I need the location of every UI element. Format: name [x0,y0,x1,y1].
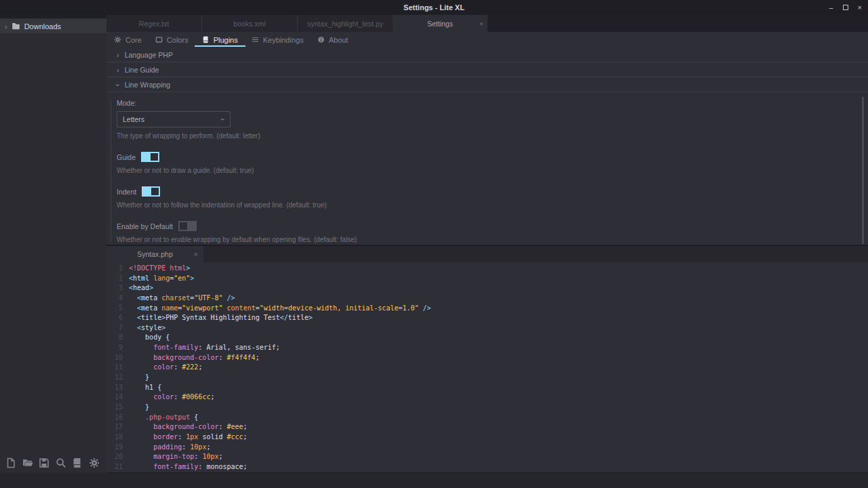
tab-books-xml[interactable]: books.xml [201,15,297,32]
code-line[interactable]: 8 body { [106,333,868,343]
settings-tab-plugins[interactable]: Plugins [202,32,238,47]
code-text: <meta name="viewport" content="width=dev… [129,304,431,312]
code-line[interactable]: 20 margin-top: 10px; [106,452,868,462]
code-line[interactable]: 19 padding: 10px; [106,443,868,453]
chevron-right-icon: › [5,22,7,30]
save-icon[interactable] [39,458,50,468]
line-number: 7 [106,323,123,333]
line-number: 21 [106,462,123,472]
tab-regex-txt[interactable]: Regex.txt [106,15,201,32]
editor-tab-strip: Syntax.php × [106,246,868,262]
code-line[interactable]: 17 background-color: #eee; [106,422,868,432]
toggle-guide[interactable] [141,152,159,162]
setting-label: Guide [117,153,136,161]
settings-icon[interactable] [89,458,100,468]
book-icon[interactable] [72,458,83,468]
mode-dropdown[interactable]: Letters› [117,111,231,127]
toggle-enable-by-default[interactable] [178,221,197,231]
code-text: <head> [129,284,153,291]
line-number: 1 [106,264,123,274]
line-number: 18 [106,432,123,443]
toggle-knob [151,188,159,195]
settings-tab-core[interactable]: Core [114,32,142,47]
sidebar-toolbar [5,458,100,468]
sidebar-item-downloads[interactable]: ›Downloads [0,19,106,33]
setting-description: Whether or not to enable wrapping by def… [117,236,868,243]
code-line[interactable]: 10 background-color: #f4f4f4; [106,353,868,363]
section-label: Line Guide [125,66,159,74]
setting-label: Mode: [117,99,868,107]
setting-label: Enable by Default [117,222,173,230]
section-label: Line Wrapping [125,81,171,89]
code-line[interactable]: 15 } [106,403,868,413]
code-view[interactable]: 1<!DOCTYPE html>2<html lang="en">3<head>… [106,262,868,472]
maximize-button[interactable] [843,5,848,10]
tab-close-icon[interactable]: × [479,20,484,28]
code-line[interactable]: 6 <title>PHP Syntax Highlighting Test</t… [106,313,868,323]
setting-enable-by-default: Enable by DefaultWhether or not to enabl… [117,221,868,243]
toggle-knob [180,222,187,230]
settings-category-bar: CoreColorsPluginsKeybindingsAbout [106,32,868,47]
code-text: font-family: Arial, sans-serif; [129,344,280,351]
code-line[interactable]: 5 <meta name="viewport" content="width=d… [106,304,868,314]
line-number: 17 [106,422,123,432]
code-text: body { [129,333,170,341]
minimize-button[interactable]: – [829,3,833,12]
line-number: 16 [106,413,123,423]
code-editor-pane: Syntax.php × 1<!DOCTYPE html>2<html lang… [106,245,868,473]
code-line[interactable]: 11 color: #222; [106,363,868,373]
code-line[interactable]: 9 font-family: Arial, sans-serif; [106,343,868,353]
open-folder-icon[interactable] [22,458,33,468]
line-number: 3 [106,283,123,293]
toggle-indent[interactable] [142,186,160,197]
code-text: font-family: monospace; [129,463,248,470]
editor-tab-close-icon[interactable]: × [194,250,198,258]
code-text: border: 1px solid #ccc; [129,433,248,441]
setting-guide: GuideWhether or not to draw a guide. (de… [117,152,868,174]
code-line[interactable]: 12 } [106,373,868,383]
tab-label: syntax_highlight_test.py [307,20,383,28]
section-language-php[interactable]: ›Language PHP [106,47,868,62]
code-line[interactable]: 1<!DOCTYPE html> [106,264,868,274]
settings-tab-colors[interactable]: Colors [155,32,189,47]
tree-item-label: Downloads [24,22,61,30]
settings-scrollbar[interactable] [862,97,864,244]
status-bar [0,472,868,488]
toggle-knob [151,153,158,161]
settings-tab-about[interactable]: About [317,32,349,47]
section-line-wrapping[interactable]: ›Line Wrapping [106,77,868,92]
code-line[interactable]: 16 .php-output { [106,413,868,423]
chevron-down-icon: › [219,118,227,121]
settings-tab-keybindings[interactable]: Keybindings [252,32,304,47]
tab-syntax-highlight-test-py[interactable]: syntax_highlight_test.py [297,15,393,32]
new-file-icon[interactable] [5,458,16,468]
editor-tab-syntax-php[interactable]: Syntax.php × [106,246,203,262]
tab-settings[interactable]: Settings× [393,15,488,32]
setting-toggle-row: Guide [117,152,868,162]
code-line[interactable]: 2<html lang="en"> [106,274,868,284]
close-button[interactable]: × [858,3,862,12]
code-line[interactable]: 18 border: 1px solid #ccc; [106,432,868,443]
window-title: Settings - Lite XL [0,0,868,15]
tab-label: books.xml [233,20,265,28]
line-number: 12 [106,373,123,383]
section-line-guide[interactable]: ›Line Guide [106,62,868,77]
setting-description: Whether or not to follow the indentation… [117,201,868,209]
code-line[interactable]: 13 h1 { [106,383,868,393]
code-line[interactable]: 21 font-family: monospace; [106,462,868,472]
code-line[interactable]: 7 <style> [106,323,868,333]
code-text: <html lang="en"> [129,274,194,282]
tab-label: Settings [427,20,453,28]
sidebar-treeview: ›Downloads [0,18,106,473]
code-line[interactable]: 4 <meta charset="UTF-8" /> [106,293,868,304]
titlebar: Settings - Lite XL – × [0,0,868,15]
code-text: padding: 10px; [129,443,210,451]
setting-toggle-row: Enable by Default [117,221,868,231]
search-icon[interactable] [56,458,66,468]
display-icon [155,36,163,43]
code-text: background-color: #eee; [129,423,248,430]
code-line[interactable]: 14 color: #0066cc; [106,392,868,403]
code-line[interactable]: 3<head> [106,283,868,293]
code-text: background-color: #f4f4f4; [129,354,260,361]
menu-icon [252,36,259,43]
